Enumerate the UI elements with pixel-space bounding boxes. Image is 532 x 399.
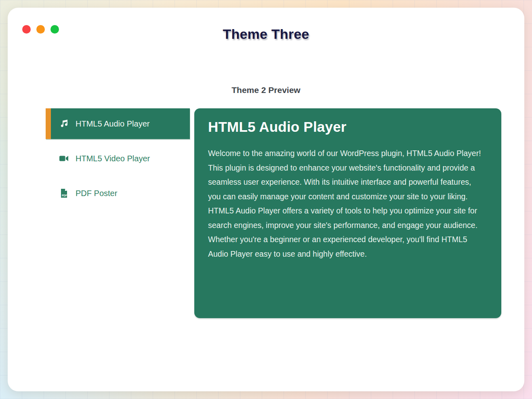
tab-label: HTML5 Audio Player [76, 119, 149, 129]
preview-heading: Theme 2 Preview [8, 85, 524, 95]
tab-pdf-poster[interactable]: PDF PDF Poster [46, 178, 190, 209]
tab-content-panel: HTML5 Audio Player Welcome to the amazin… [194, 108, 501, 318]
panel-title: HTML5 Audio Player [208, 119, 488, 135]
titlebar: Theme Three [8, 8, 524, 43]
video-camera-icon [59, 154, 69, 163]
panel-paragraph: Welcome to the amazing world of our Word… [208, 146, 482, 204]
tab-html5-audio-player[interactable]: HTML5 Audio Player [46, 108, 190, 139]
music-note-icon [59, 119, 69, 129]
panel-description: Welcome to the amazing world of our Word… [208, 146, 482, 261]
theme-preview: HTML5 Audio Player HTML5 Video Player [46, 108, 501, 318]
tab-label: HTML5 Video Player [76, 154, 150, 163]
window-title: Theme Three [8, 26, 524, 42]
tab-label: PDF Poster [76, 189, 117, 198]
pdf-file-icon: PDF [59, 188, 69, 198]
app-window: Theme Three Theme 2 Preview HTML5 Audio … [8, 8, 524, 391]
tab-html5-video-player[interactable]: HTML5 Video Player [46, 143, 190, 174]
svg-text:PDF: PDF [62, 194, 67, 197]
tab-list: HTML5 Audio Player HTML5 Video Player [46, 108, 190, 209]
panel-paragraph: HTML5 Audio Player offers a variety of t… [208, 204, 482, 261]
